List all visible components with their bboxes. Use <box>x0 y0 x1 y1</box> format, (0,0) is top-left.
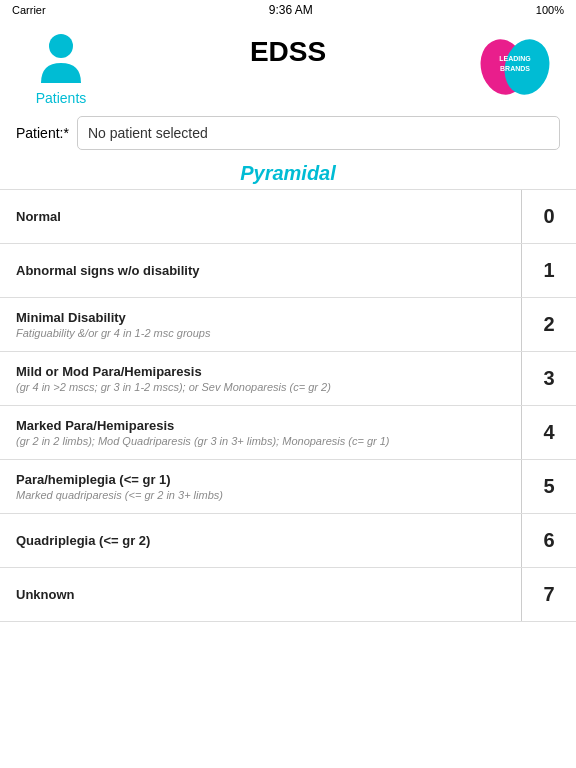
svg-point-0 <box>49 34 73 58</box>
time-label: 9:36 AM <box>269 3 313 17</box>
patient-avatar-icon <box>31 28 91 88</box>
app-title: EDSS <box>250 36 326 68</box>
score-sub-label-3: (gr 4 in >2 mscs; gr 3 in 1-2 mscs); or … <box>16 381 505 393</box>
patients-label: Patients <box>36 90 87 106</box>
svg-text:BRANDS: BRANDS <box>500 65 530 72</box>
leading-brands-logo: LEADING BRANDS <box>470 32 560 102</box>
patient-nav-button[interactable]: Patients <box>16 28 106 106</box>
score-row-1[interactable]: Abnormal signs w/o disability1 <box>0 244 576 298</box>
score-row-6[interactable]: Quadriplegia (<= gr 2)6 <box>0 514 576 568</box>
svg-text:LEADING: LEADING <box>499 55 531 62</box>
score-row-2[interactable]: Minimal DisabilityFatiguability &/or gr … <box>0 298 576 352</box>
score-main-label-1: Abnormal signs w/o disability <box>16 263 505 278</box>
score-main-label-7: Unknown <box>16 587 505 602</box>
status-bar: Carrier 9:36 AM 100% <box>0 0 576 20</box>
score-main-label-3: Mild or Mod Para/Hemiparesis <box>16 364 505 379</box>
score-sub-label-2: Fatiguability &/or gr 4 in 1-2 msc group… <box>16 327 505 339</box>
score-sub-label-4: (gr 2 in 2 limbs); Mod Quadriparesis (gr… <box>16 435 505 447</box>
score-number-3: 3 <box>522 367 576 390</box>
score-number-0: 0 <box>522 205 576 228</box>
battery-label: 100% <box>536 4 564 16</box>
score-main-label-4: Marked Para/Hemiparesis <box>16 418 505 433</box>
score-main-label-0: Normal <box>16 209 505 224</box>
score-number-5: 5 <box>522 475 576 498</box>
score-number-7: 7 <box>522 583 576 606</box>
score-number-1: 1 <box>522 259 576 282</box>
score-list: Normal0Abnormal signs w/o disability1Min… <box>0 189 576 622</box>
score-number-4: 4 <box>522 421 576 444</box>
logo-svg: LEADING BRANDS <box>475 35 555 100</box>
score-row-4[interactable]: Marked Para/Hemiparesis(gr 2 in 2 limbs)… <box>0 406 576 460</box>
score-number-6: 6 <box>522 529 576 552</box>
score-main-label-6: Quadriplegia (<= gr 2) <box>16 533 505 548</box>
carrier-label: Carrier <box>12 4 46 16</box>
patient-field-label: Patient:* <box>16 125 69 141</box>
score-main-label-2: Minimal Disability <box>16 310 505 325</box>
score-row-3[interactable]: Mild or Mod Para/Hemiparesis(gr 4 in >2 … <box>0 352 576 406</box>
score-number-2: 2 <box>522 313 576 336</box>
score-sub-label-5: Marked quadriparesis (<= gr 2 in 3+ limb… <box>16 489 505 501</box>
patient-input[interactable] <box>77 116 560 150</box>
header: Patients EDSS LEADING BRANDS <box>0 20 576 110</box>
score-row-0[interactable]: Normal0 <box>0 190 576 244</box>
section-title: Pyramidal <box>0 156 576 189</box>
score-main-label-5: Para/hemiplegia (<= gr 1) <box>16 472 505 487</box>
score-row-5[interactable]: Para/hemiplegia (<= gr 1)Marked quadripa… <box>0 460 576 514</box>
patient-row: Patient:* <box>0 110 576 156</box>
score-row-7[interactable]: Unknown7 <box>0 568 576 622</box>
